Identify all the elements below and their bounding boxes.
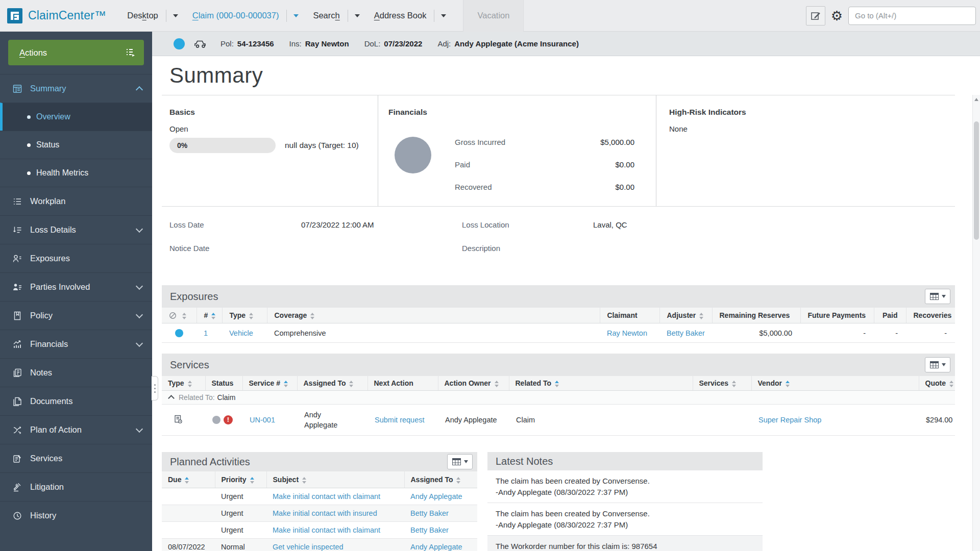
status-dot-icon bbox=[212, 416, 220, 424]
col-pa-assigned-to[interactable]: Assigned To bbox=[404, 471, 477, 488]
addressbook-dropdown-caret[interactable] bbox=[434, 14, 453, 17]
col-remaining-reserves[interactable]: Remaining Reserves bbox=[712, 308, 800, 323]
col-paid[interactable]: Paid bbox=[874, 308, 906, 323]
high-risk-heading: High-Risk Indicators bbox=[669, 108, 955, 117]
nav-search-group: Search bbox=[305, 0, 366, 32]
tab-desktop[interactable]: Desktop bbox=[119, 11, 166, 20]
col-recoveries[interactable]: Recoveries bbox=[906, 308, 955, 323]
sidebar-item-financials[interactable]: Financials bbox=[0, 330, 152, 358]
col-due[interactable]: Due bbox=[162, 471, 215, 488]
col-service-number[interactable]: Service # bbox=[242, 376, 297, 391]
col-exposure-number[interactable]: # bbox=[197, 308, 222, 323]
gear-icon[interactable]: ⚙ bbox=[830, 9, 844, 22]
chevron-down-icon bbox=[136, 225, 143, 232]
scroll-up-arrow[interactable] bbox=[974, 98, 978, 101]
service-next-action: Submit request bbox=[368, 405, 438, 436]
activity-priority: Urgent bbox=[215, 505, 266, 522]
tab-vacation[interactable]: Vacation bbox=[463, 0, 524, 32]
col-exposure-select[interactable] bbox=[162, 308, 197, 323]
sidebar-item-workplan[interactable]: Workplan bbox=[0, 187, 152, 215]
chevron-down-icon bbox=[136, 339, 143, 346]
service-related-to: Claim bbox=[509, 405, 693, 436]
services-group-row[interactable]: Related To:Claim bbox=[162, 391, 955, 405]
high-risk-value: None bbox=[669, 124, 955, 133]
tab-search[interactable]: Search bbox=[305, 11, 347, 20]
scrollbar-thumb[interactable] bbox=[974, 121, 979, 240]
sidebar-item-exposures[interactable]: Exposures bbox=[0, 244, 152, 272]
col-exposure-type[interactable]: Type bbox=[222, 308, 267, 323]
col-adjuster[interactable]: Adjuster bbox=[659, 308, 712, 323]
financial-row-gross-incurred: Gross Incurred $5,000.00 bbox=[455, 131, 634, 153]
sidebar-item-policy[interactable]: Policy bbox=[0, 301, 152, 330]
services-table: Type Status Service # Assigned To Next A… bbox=[162, 376, 955, 436]
notice-date-label: Notice Date bbox=[169, 244, 301, 267]
exposures-title: Exposures bbox=[170, 291, 925, 303]
chevron-down-icon bbox=[464, 460, 468, 463]
claim-dropdown-caret[interactable] bbox=[287, 14, 305, 17]
sidebar-item-health-metrics[interactable]: Health Metrics bbox=[0, 159, 152, 187]
loss-date-label: Loss Date bbox=[169, 220, 301, 244]
planned-view-options-button[interactable] bbox=[447, 454, 473, 469]
col-services[interactable]: Services bbox=[693, 376, 751, 391]
tab-address-book[interactable]: Address Book bbox=[366, 11, 434, 20]
litigation-gavel-icon bbox=[11, 482, 23, 492]
activity-priority: Normal bbox=[215, 539, 266, 551]
sidebar-item-summary[interactable]: Summary bbox=[0, 74, 152, 103]
services-panel: Services Type Status Service # Assigned … bbox=[162, 354, 955, 436]
sidebar-item-notes[interactable]: Notes bbox=[0, 358, 152, 387]
progress-bar: 0% bbox=[169, 138, 276, 153]
sidebar-item-services[interactable]: Services bbox=[0, 444, 152, 472]
sidebar-item-overview[interactable]: Overview bbox=[0, 103, 152, 131]
insured-name: Ins:Ray Newton bbox=[289, 39, 349, 48]
exposures-panel: Exposures # Type Coverage Claimant bbox=[162, 285, 955, 343]
exposure-status-dot bbox=[162, 323, 197, 343]
col-priority[interactable]: Priority bbox=[215, 471, 266, 488]
sidebar-item-plan-of-action[interactable]: Plan of Action bbox=[0, 415, 152, 444]
activity-row: 08/07/2022 Normal Get vehicle inspected … bbox=[162, 539, 477, 551]
services-icon bbox=[11, 454, 23, 464]
col-subject[interactable]: Subject bbox=[266, 471, 404, 488]
documents-icon bbox=[11, 396, 23, 407]
sidebar-item-parties-involved[interactable]: Parties Involved bbox=[0, 272, 152, 301]
exposure-coverage: Comprehensive bbox=[267, 323, 600, 343]
sidebar-item-loss-details[interactable]: Loss Details bbox=[0, 215, 152, 244]
col-related-to[interactable]: Related To bbox=[509, 376, 693, 391]
summary-icon bbox=[11, 84, 23, 94]
col-coverage[interactable]: Coverage bbox=[267, 308, 600, 323]
sidebar-item-status[interactable]: Status bbox=[0, 131, 152, 159]
sidebar-collapse-handle[interactable] bbox=[152, 376, 158, 400]
sidebar-item-litigation[interactable]: Litigation bbox=[0, 472, 152, 501]
search-dropdown-caret[interactable] bbox=[348, 14, 366, 17]
notice-date-value bbox=[301, 244, 462, 267]
main-content: Summary Basics Open 0% null days (Target… bbox=[152, 56, 980, 551]
actions-button[interactable]: Actions bbox=[8, 40, 144, 65]
service-quote: $294.00 bbox=[919, 405, 955, 436]
goto-input[interactable] bbox=[848, 7, 976, 25]
financial-row-paid: Paid $0.00 bbox=[455, 153, 634, 176]
col-service-status[interactable]: Status bbox=[205, 376, 242, 391]
no-entry-icon bbox=[169, 312, 177, 319]
page-title: Summary bbox=[162, 56, 955, 95]
vertical-scrollbar[interactable] bbox=[972, 95, 980, 551]
col-future-payments[interactable]: Future Payments bbox=[800, 308, 874, 323]
tab-claim[interactable]: Claim (000-00-000037) bbox=[185, 11, 287, 20]
high-risk-section: High-Risk Indicators None bbox=[656, 95, 955, 206]
col-vendor[interactable]: Vendor bbox=[751, 376, 919, 391]
col-claimant[interactable]: Claimant bbox=[600, 308, 659, 323]
col-quote[interactable]: Quote bbox=[919, 376, 955, 391]
col-service-type[interactable]: Type bbox=[162, 376, 205, 391]
services-view-options-button[interactable] bbox=[925, 357, 950, 372]
services-panel-header: Services bbox=[162, 354, 955, 376]
activity-priority: Urgent bbox=[215, 522, 266, 539]
claim-status-text: Open bbox=[169, 124, 378, 133]
col-next-action[interactable]: Next Action bbox=[368, 376, 438, 391]
exposures-view-options-button[interactable] bbox=[925, 289, 950, 304]
activity-due bbox=[162, 488, 215, 505]
col-assigned-to[interactable]: Assigned To bbox=[297, 376, 368, 391]
compose-note-button[interactable] bbox=[806, 6, 825, 26]
activity-assigned: Andy Applegate bbox=[404, 539, 477, 551]
sidebar-item-history[interactable]: History bbox=[0, 501, 152, 530]
desktop-dropdown-caret[interactable] bbox=[166, 14, 185, 17]
sidebar-item-documents[interactable]: Documents bbox=[0, 387, 152, 415]
col-action-owner[interactable]: Action Owner bbox=[438, 376, 509, 391]
